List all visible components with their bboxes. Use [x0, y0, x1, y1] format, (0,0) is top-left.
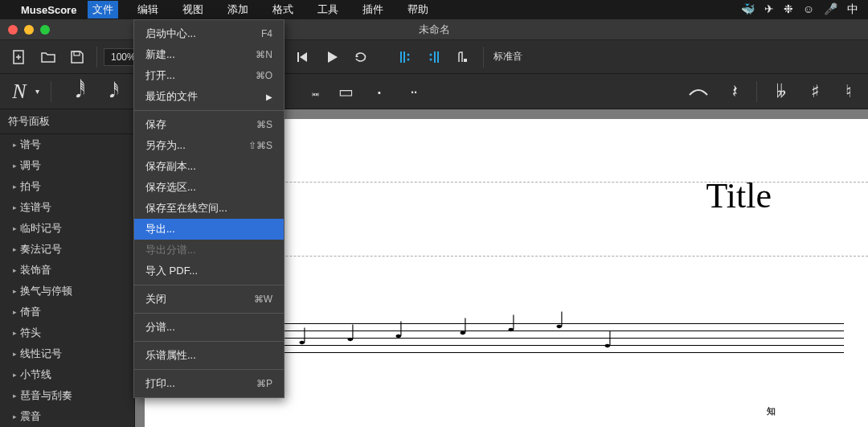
- send-icon[interactable]: ✈: [764, 2, 774, 17]
- file-menu-item[interactable]: 最近的文件▶: [134, 86, 284, 107]
- loop-button[interactable]: [348, 44, 374, 70]
- loop-in-button[interactable]: [393, 44, 419, 70]
- file-menu-item[interactable]: 保存选区...: [134, 177, 284, 198]
- menu-file[interactable]: 文件: [88, 1, 118, 18]
- menu-item-label: 保存副本...: [145, 159, 196, 174]
- file-menu-item[interactable]: 打印...⌘P: [134, 373, 284, 394]
- sharp-button[interactable]: ♯: [802, 77, 828, 106]
- file-menu-item[interactable]: 新建...⌘N: [134, 44, 284, 65]
- menu-shortcut: ⇧⌘S: [248, 140, 272, 151]
- svg-rect-14: [464, 59, 467, 62]
- minimize-window-button[interactable]: [24, 25, 34, 35]
- ime-icon[interactable]: 中: [847, 2, 858, 17]
- palette-item[interactable]: 琶音与刮奏: [0, 385, 134, 406]
- note-icon[interactable]: ♩: [394, 317, 404, 343]
- note-icon[interactable]: ♩: [555, 307, 565, 334]
- natural-button[interactable]: ♮: [836, 77, 862, 106]
- menu-shortcut: ⌘N: [256, 49, 272, 60]
- file-menu-item[interactable]: 乐谱属性...: [134, 345, 284, 366]
- settings-icon[interactable]: ❉: [784, 2, 793, 17]
- rewind-button[interactable]: [290, 44, 316, 70]
- file-menu-item[interactable]: 另存为...⇧⌘S: [134, 135, 284, 156]
- palette-item[interactable]: 调号: [0, 155, 134, 176]
- menu-add[interactable]: 添加: [223, 1, 253, 18]
- menu-item-label: 保存选区...: [145, 180, 196, 195]
- save-button[interactable]: [64, 44, 90, 70]
- palette-item[interactable]: 连谱号: [0, 197, 134, 218]
- dot-button[interactable]: ·: [366, 77, 392, 106]
- new-file-button[interactable]: [6, 44, 32, 70]
- file-menu-item[interactable]: 导出...: [134, 219, 284, 240]
- svg-point-8: [407, 53, 409, 55]
- palette-item[interactable]: 线性记号: [0, 343, 134, 364]
- menu-shortcut: ⌘S: [256, 119, 272, 130]
- concert-pitch-button[interactable]: 标准音: [490, 44, 526, 70]
- note-longa-button[interactable]: ▭: [333, 77, 358, 106]
- palette-item[interactable]: 奏法记号: [0, 239, 134, 260]
- menu-tools[interactable]: 工具: [313, 1, 343, 18]
- maximize-window-button[interactable]: [40, 25, 50, 35]
- palette-item[interactable]: 装饰音: [0, 260, 134, 281]
- play-button[interactable]: [319, 44, 345, 70]
- menu-separator: [134, 313, 284, 314]
- note-input-mode-button[interactable]: N: [6, 77, 32, 106]
- menu-edit[interactable]: 编辑: [133, 1, 163, 18]
- menu-separator: [134, 341, 284, 342]
- palette-item[interactable]: 符头: [0, 322, 134, 343]
- palette-item[interactable]: 小节线: [0, 364, 134, 385]
- tie-button[interactable]: [686, 77, 711, 106]
- menu-format[interactable]: 格式: [268, 1, 298, 18]
- app-name[interactable]: MuseScore: [21, 4, 76, 16]
- palette-item[interactable]: 倚音: [0, 302, 134, 322]
- file-menu-item[interactable]: 保存至在线空间...: [134, 198, 284, 219]
- svg-rect-13: [437, 51, 439, 63]
- rest-button[interactable]: 𝄽: [719, 77, 745, 106]
- file-menu-item[interactable]: 保存⌘S: [134, 114, 284, 135]
- palette-item[interactable]: 震音: [0, 406, 134, 427]
- menu-view[interactable]: 视图: [178, 1, 208, 18]
- menu-item-label: 另存为...: [145, 138, 186, 153]
- menu-help[interactable]: 帮助: [403, 1, 433, 18]
- note-breve-button[interactable]: 𝅜: [299, 77, 325, 106]
- file-menu-item[interactable]: 启动中心...F4: [134, 23, 284, 44]
- file-menu-item[interactable]: 打开...⌘O: [134, 65, 284, 86]
- zhihu-logo-icon: 知: [764, 403, 780, 419]
- menu-item-label: 导出分谱...: [145, 243, 196, 257]
- palette-item[interactable]: 换气与停顿: [0, 281, 134, 302]
- score-title[interactable]: Title: [706, 175, 772, 216]
- midi-button[interactable]: [451, 44, 477, 70]
- double-dot-button[interactable]: ··: [400, 77, 426, 106]
- note-icon[interactable]: ♩: [506, 310, 517, 337]
- menu-shortcut: ⌘W: [254, 294, 272, 305]
- smiley-icon[interactable]: ☺: [803, 2, 814, 17]
- palette-item[interactable]: 谱号: [0, 134, 134, 155]
- note-icon[interactable]: ♩: [458, 314, 469, 340]
- zoom-value: 100%: [111, 51, 136, 63]
- menu-item-label: 保存至在线空间...: [145, 201, 227, 216]
- note-32nd-button[interactable]: 𝅘𝅥𝅰: [96, 77, 122, 106]
- menu-plugins[interactable]: 插件: [358, 1, 388, 18]
- palette-item[interactable]: 拍号: [0, 176, 134, 197]
- file-menu-dropdown: 启动中心...F4新建...⌘N打开...⌘O最近的文件▶保存⌘S另存为...⇧…: [133, 19, 285, 398]
- svg-point-11: [429, 58, 432, 60]
- docker-icon[interactable]: 🐳: [741, 2, 755, 17]
- menu-item-label: 乐谱属性...: [145, 348, 196, 363]
- file-menu-item[interactable]: 关闭⌘W: [134, 289, 284, 310]
- loop-out-button[interactable]: [422, 44, 448, 70]
- close-window-button[interactable]: [8, 25, 18, 35]
- file-menu-item[interactable]: 分谱...: [134, 317, 284, 338]
- double-flat-button[interactable]: 𝄫: [768, 77, 794, 106]
- file-menu-item[interactable]: 导入 PDF...: [134, 261, 284, 281]
- note-icon[interactable]: ♩: [346, 320, 356, 347]
- note-64th-button[interactable]: 𝅘𝅥𝅱: [63, 77, 88, 106]
- submenu-arrow-icon: ▶: [266, 92, 272, 101]
- mic-icon[interactable]: 🎤: [824, 2, 837, 17]
- open-file-button[interactable]: [35, 44, 61, 70]
- file-menu-item[interactable]: 保存副本...: [134, 156, 284, 177]
- chevron-down-icon[interactable]: ▾: [35, 87, 39, 96]
- note-icon[interactable]: ♩: [297, 323, 308, 350]
- palette-title: 符号面板: [0, 109, 134, 134]
- menu-item-label: 导入 PDF...: [145, 264, 198, 278]
- palette-item[interactable]: 临时记号: [0, 218, 134, 239]
- note-icon[interactable]: ♩: [603, 326, 613, 353]
